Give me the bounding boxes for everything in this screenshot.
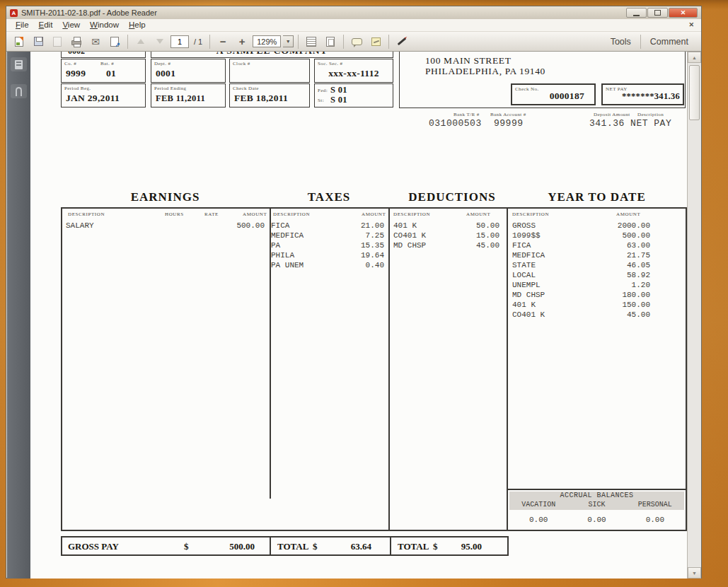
period-end-box: Period Ending FEB 11,2011	[151, 83, 226, 107]
taxes-total-label: TOTAL $	[277, 541, 318, 552]
row-amount: 45.00	[627, 310, 650, 320]
period-end-value: FEB 11,2011	[156, 93, 205, 104]
co-label: Co. #	[64, 61, 76, 66]
open-file-button[interactable]	[11, 34, 28, 50]
zoom-out-button[interactable]: −	[214, 34, 231, 50]
menu-edit[interactable]: Edit	[34, 19, 58, 31]
st-status-value: S 01	[330, 95, 347, 105]
scrollbar-thumb[interactable]	[689, 65, 700, 120]
email-button[interactable]: ✉	[87, 34, 104, 50]
ytd-rows: GROSS2000.00 1099$$500.00 FICA63.00 MEDF…	[512, 221, 650, 320]
batch-label: Bat. #	[100, 61, 114, 66]
single-page-button[interactable]	[322, 34, 339, 50]
address-block: 100 MAIN STREET PHILADELPHIA, PA 19140	[425, 55, 545, 76]
taxes-title: TAXES	[270, 190, 388, 204]
zoom-level-input[interactable]: 129%	[253, 35, 281, 47]
page-count-label: / 1	[194, 37, 202, 46]
menu-window[interactable]: Window	[85, 19, 124, 31]
scrolling-mode-button[interactable]	[303, 34, 320, 50]
close-button[interactable]: ✕	[669, 8, 698, 18]
table-row: 401 K50.00	[393, 221, 499, 231]
page-number-input[interactable]	[171, 35, 189, 48]
menu-view[interactable]: View	[57, 19, 85, 31]
table-row: UNEMPL1.20	[512, 281, 650, 291]
toolbar-separator	[127, 35, 128, 49]
check-date-label: Check Date	[233, 86, 259, 91]
row-amount: 150.00	[622, 301, 650, 310]
minimize-button[interactable]	[626, 8, 647, 18]
row-amount: 45.00	[476, 241, 499, 251]
bank-tr-label: Bank T/R #	[453, 112, 480, 117]
email-icon: ✉	[91, 37, 100, 47]
co-batch-box: Co. # Bat. # 9999 01	[61, 59, 146, 83]
previous-page-button[interactable]	[132, 34, 149, 50]
table-row: PA UNEM0.40	[271, 261, 384, 271]
share-icon	[110, 37, 119, 47]
gross-pay-amount: 500.00	[229, 541, 255, 552]
menu-help[interactable]: Help	[124, 19, 151, 31]
deductions-title: DEDUCTIONS	[388, 190, 516, 204]
row-description: 1099$$	[512, 231, 541, 241]
sticky-note-button[interactable]	[367, 34, 384, 50]
row-description: MEDFICA	[271, 231, 304, 241]
maximize-button[interactable]	[647, 8, 668, 18]
pdf-page: 0002 A SAMPLE COMPANY 100 MAIN STREET PH…	[30, 52, 687, 579]
next-page-icon	[156, 39, 163, 44]
print-button[interactable]	[68, 34, 85, 50]
save-copy-button[interactable]	[49, 34, 66, 50]
navigation-pane	[7, 52, 31, 579]
comment-bubble-button[interactable]	[348, 34, 365, 50]
save-file-button[interactable]	[30, 34, 47, 50]
row-description: STATE	[512, 261, 536, 271]
st-status-label: St:	[318, 98, 324, 103]
title-bar[interactable]: A SMITH-2011-02-18.pdf - Adobe Reader ✕	[6, 6, 701, 20]
row-description: 401 K	[393, 221, 417, 231]
period-beg-value: JAN 29,2011	[66, 93, 120, 104]
zoom-in-button[interactable]: +	[233, 34, 250, 50]
sign-button[interactable]	[393, 34, 410, 50]
taxes-total-amount: 63.64	[351, 541, 371, 552]
deductions-col-amount: AMOUNT	[466, 211, 490, 217]
next-page-button[interactable]	[151, 34, 168, 50]
deposit-text: 341.36 NET PAY	[589, 118, 671, 129]
share-button[interactable]	[106, 34, 123, 50]
vertical-scrollbar[interactable]: ▲ ▼	[687, 52, 701, 579]
scroll-up-button[interactable]: ▲	[688, 52, 701, 63]
row-description: MD CHSP	[512, 291, 545, 301]
document-close-icon[interactable]: ✕	[688, 21, 694, 28]
row-amount: 19.64	[361, 251, 384, 261]
comment-bubble-icon	[352, 38, 362, 45]
row-amount: 46.05	[627, 261, 650, 271]
taxes-col-amount: AMOUNT	[362, 211, 386, 217]
ytd-col-description: DESCRIPTION	[512, 211, 549, 217]
row-description: 401 K	[512, 301, 536, 310]
row-amount: 50.00	[476, 221, 499, 231]
earnings-col-hours: HOURS	[165, 211, 184, 217]
maximize-icon	[654, 10, 661, 16]
toolbar-separator	[640, 35, 641, 49]
row-amount: 15.00	[476, 231, 499, 241]
row-description: PA	[271, 241, 280, 251]
row-description: PA UNEM	[271, 261, 304, 271]
scroll-down-button[interactable]: ▼	[688, 567, 701, 579]
page-thumbnails-button[interactable]	[11, 57, 27, 71]
zoom-dropdown-button[interactable]: ▼	[283, 35, 294, 47]
dept-label: Dept. #	[154, 61, 171, 66]
print-icon	[71, 40, 81, 45]
comment-button[interactable]: Comment	[650, 37, 688, 47]
clock-label: Clock #	[233, 61, 250, 66]
table-row: LOCAL58.92	[512, 271, 650, 281]
accrual-col-personal: PERSONAL	[626, 500, 684, 509]
tools-button[interactable]: Tools	[611, 37, 631, 47]
period-beg-label: Period Beg.	[64, 86, 91, 91]
attachments-button[interactable]	[11, 84, 27, 98]
earnings-title: EARNINGS	[61, 190, 270, 204]
menu-file[interactable]: File	[11, 19, 34, 31]
row-description: FICA	[271, 221, 289, 231]
table-row: FICA63.00	[512, 241, 650, 251]
earnings-col-amount: AMOUNT	[243, 211, 267, 217]
earnings-rows: SALARY500.00	[66, 221, 265, 231]
row-description: MD CHSP	[393, 241, 426, 251]
row-amount: 500.00	[236, 221, 265, 231]
deductions-ytd-divider	[507, 207, 508, 531]
